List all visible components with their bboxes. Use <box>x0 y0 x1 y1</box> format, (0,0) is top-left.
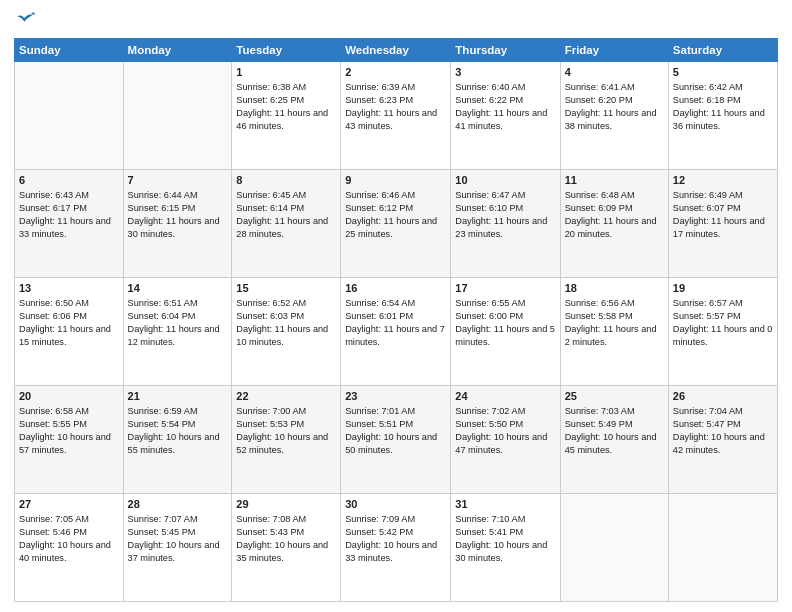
daylight-text: Daylight: 11 hours and 36 minutes. <box>673 107 773 133</box>
sunrise-text: Sunrise: 6:38 AM <box>236 81 336 94</box>
sunrise-text: Sunrise: 7:05 AM <box>19 513 119 526</box>
calendar-cell <box>123 62 232 170</box>
day-number: 9 <box>345 173 446 188</box>
cell-content: 28Sunrise: 7:07 AMSunset: 5:45 PMDayligh… <box>128 497 228 565</box>
sunrise-text: Sunrise: 6:52 AM <box>236 297 336 310</box>
calendar-cell: 8Sunrise: 6:45 AMSunset: 6:14 PMDaylight… <box>232 170 341 278</box>
day-number: 4 <box>565 65 664 80</box>
cell-content: 27Sunrise: 7:05 AMSunset: 5:46 PMDayligh… <box>19 497 119 565</box>
calendar-cell: 9Sunrise: 6:46 AMSunset: 6:12 PMDaylight… <box>341 170 451 278</box>
week-row: 13Sunrise: 6:50 AMSunset: 6:06 PMDayligh… <box>15 278 778 386</box>
day-number: 5 <box>673 65 773 80</box>
day-number: 6 <box>19 173 119 188</box>
day-number: 13 <box>19 281 119 296</box>
calendar-cell <box>15 62 124 170</box>
day-number: 1 <box>236 65 336 80</box>
calendar-cell: 11Sunrise: 6:48 AMSunset: 6:09 PMDayligh… <box>560 170 668 278</box>
cell-content: 5Sunrise: 6:42 AMSunset: 6:18 PMDaylight… <box>673 65 773 133</box>
daylight-text: Daylight: 11 hours and 2 minutes. <box>565 323 664 349</box>
calendar-table: SundayMondayTuesdayWednesdayThursdayFrid… <box>14 38 778 602</box>
sunset-text: Sunset: 5:42 PM <box>345 526 446 539</box>
sunrise-text: Sunrise: 6:59 AM <box>128 405 228 418</box>
sunset-text: Sunset: 6:18 PM <box>673 94 773 107</box>
calendar-cell: 6Sunrise: 6:43 AMSunset: 6:17 PMDaylight… <box>15 170 124 278</box>
sunset-text: Sunset: 5:51 PM <box>345 418 446 431</box>
cell-content: 13Sunrise: 6:50 AMSunset: 6:06 PMDayligh… <box>19 281 119 349</box>
sunset-text: Sunset: 6:10 PM <box>455 202 555 215</box>
cell-content: 6Sunrise: 6:43 AMSunset: 6:17 PMDaylight… <box>19 173 119 241</box>
calendar-cell: 30Sunrise: 7:09 AMSunset: 5:42 PMDayligh… <box>341 494 451 602</box>
sunrise-text: Sunrise: 6:57 AM <box>673 297 773 310</box>
sunset-text: Sunset: 6:04 PM <box>128 310 228 323</box>
daylight-text: Daylight: 11 hours and 25 minutes. <box>345 215 446 241</box>
daylight-text: Daylight: 11 hours and 28 minutes. <box>236 215 336 241</box>
calendar-cell: 27Sunrise: 7:05 AMSunset: 5:46 PMDayligh… <box>15 494 124 602</box>
cell-content: 26Sunrise: 7:04 AMSunset: 5:47 PMDayligh… <box>673 389 773 457</box>
sunset-text: Sunset: 6:23 PM <box>345 94 446 107</box>
calendar-cell: 4Sunrise: 6:41 AMSunset: 6:20 PMDaylight… <box>560 62 668 170</box>
sunset-text: Sunset: 6:06 PM <box>19 310 119 323</box>
calendar-cell: 5Sunrise: 6:42 AMSunset: 6:18 PMDaylight… <box>668 62 777 170</box>
daylight-text: Daylight: 10 hours and 37 minutes. <box>128 539 228 565</box>
sunrise-text: Sunrise: 7:10 AM <box>455 513 555 526</box>
column-header-thursday: Thursday <box>451 39 560 62</box>
daylight-text: Daylight: 10 hours and 52 minutes. <box>236 431 336 457</box>
cell-content: 16Sunrise: 6:54 AMSunset: 6:01 PMDayligh… <box>345 281 446 349</box>
sunrise-text: Sunrise: 6:55 AM <box>455 297 555 310</box>
sunset-text: Sunset: 5:46 PM <box>19 526 119 539</box>
daylight-text: Daylight: 11 hours and 46 minutes. <box>236 107 336 133</box>
day-number: 29 <box>236 497 336 512</box>
calendar-cell: 14Sunrise: 6:51 AMSunset: 6:04 PMDayligh… <box>123 278 232 386</box>
cell-content: 20Sunrise: 6:58 AMSunset: 5:55 PMDayligh… <box>19 389 119 457</box>
sunset-text: Sunset: 6:03 PM <box>236 310 336 323</box>
calendar-cell: 2Sunrise: 6:39 AMSunset: 6:23 PMDaylight… <box>341 62 451 170</box>
sunrise-text: Sunrise: 7:02 AM <box>455 405 555 418</box>
day-number: 3 <box>455 65 555 80</box>
calendar-cell: 22Sunrise: 7:00 AMSunset: 5:53 PMDayligh… <box>232 386 341 494</box>
day-number: 7 <box>128 173 228 188</box>
page: SundayMondayTuesdayWednesdayThursdayFrid… <box>0 0 792 612</box>
week-row: 27Sunrise: 7:05 AMSunset: 5:46 PMDayligh… <box>15 494 778 602</box>
sunrise-text: Sunrise: 6:49 AM <box>673 189 773 202</box>
cell-content: 3Sunrise: 6:40 AMSunset: 6:22 PMDaylight… <box>455 65 555 133</box>
column-header-saturday: Saturday <box>668 39 777 62</box>
daylight-text: Daylight: 11 hours and 0 minutes. <box>673 323 773 349</box>
logo <box>14 10 36 30</box>
sunset-text: Sunset: 6:01 PM <box>345 310 446 323</box>
day-number: 21 <box>128 389 228 404</box>
calendar-cell: 10Sunrise: 6:47 AMSunset: 6:10 PMDayligh… <box>451 170 560 278</box>
calendar-cell: 13Sunrise: 6:50 AMSunset: 6:06 PMDayligh… <box>15 278 124 386</box>
sunrise-text: Sunrise: 7:01 AM <box>345 405 446 418</box>
day-number: 31 <box>455 497 555 512</box>
calendar-cell: 17Sunrise: 6:55 AMSunset: 6:00 PMDayligh… <box>451 278 560 386</box>
daylight-text: Daylight: 11 hours and 10 minutes. <box>236 323 336 349</box>
sunset-text: Sunset: 5:54 PM <box>128 418 228 431</box>
sunrise-text: Sunrise: 7:00 AM <box>236 405 336 418</box>
column-header-monday: Monday <box>123 39 232 62</box>
sunset-text: Sunset: 5:49 PM <box>565 418 664 431</box>
sunrise-text: Sunrise: 6:58 AM <box>19 405 119 418</box>
calendar-cell <box>668 494 777 602</box>
cell-content: 9Sunrise: 6:46 AMSunset: 6:12 PMDaylight… <box>345 173 446 241</box>
cell-content: 25Sunrise: 7:03 AMSunset: 5:49 PMDayligh… <box>565 389 664 457</box>
sunset-text: Sunset: 5:47 PM <box>673 418 773 431</box>
day-number: 23 <box>345 389 446 404</box>
calendar-cell: 21Sunrise: 6:59 AMSunset: 5:54 PMDayligh… <box>123 386 232 494</box>
sunset-text: Sunset: 5:41 PM <box>455 526 555 539</box>
sunrise-text: Sunrise: 6:51 AM <box>128 297 228 310</box>
calendar-cell: 23Sunrise: 7:01 AMSunset: 5:51 PMDayligh… <box>341 386 451 494</box>
calendar-cell: 16Sunrise: 6:54 AMSunset: 6:01 PMDayligh… <box>341 278 451 386</box>
daylight-text: Daylight: 10 hours and 47 minutes. <box>455 431 555 457</box>
week-row: 6Sunrise: 6:43 AMSunset: 6:17 PMDaylight… <box>15 170 778 278</box>
sunrise-text: Sunrise: 7:08 AM <box>236 513 336 526</box>
sunset-text: Sunset: 5:43 PM <box>236 526 336 539</box>
daylight-text: Daylight: 11 hours and 17 minutes. <box>673 215 773 241</box>
sunset-text: Sunset: 6:14 PM <box>236 202 336 215</box>
sunrise-text: Sunrise: 7:03 AM <box>565 405 664 418</box>
cell-content: 15Sunrise: 6:52 AMSunset: 6:03 PMDayligh… <box>236 281 336 349</box>
cell-content: 14Sunrise: 6:51 AMSunset: 6:04 PMDayligh… <box>128 281 228 349</box>
calendar-cell: 12Sunrise: 6:49 AMSunset: 6:07 PMDayligh… <box>668 170 777 278</box>
sunset-text: Sunset: 5:45 PM <box>128 526 228 539</box>
day-number: 14 <box>128 281 228 296</box>
header <box>14 10 778 30</box>
